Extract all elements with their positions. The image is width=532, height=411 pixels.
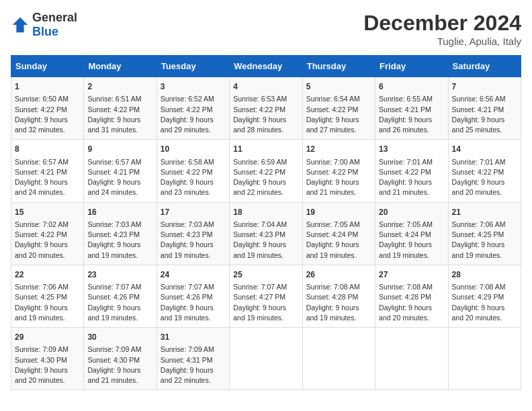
sunrise-info: Sunrise: 7:01 AM (452, 158, 506, 166)
day-number: 12 (306, 144, 371, 155)
calendar-cell: 31Sunrise: 7:09 AMSunset: 4:31 PMDayligh… (157, 328, 229, 390)
calendar-cell: 7Sunrise: 6:56 AMSunset: 4:21 PMDaylight… (448, 77, 521, 140)
day-number: 23 (87, 269, 152, 281)
sunset-info: Sunset: 4:26 PM (161, 293, 213, 301)
sunset-info: Sunset: 4:22 PM (233, 105, 285, 113)
sunrise-info: Sunrise: 6:54 AM (306, 95, 360, 103)
sunrise-info: Sunrise: 7:09 AM (15, 345, 69, 353)
daylight-info: Daylight: 9 hours and 19 minutes. (15, 304, 68, 322)
day-number: 28 (452, 269, 517, 281)
day-number: 19 (306, 207, 371, 218)
daylight-info: Daylight: 9 hours and 24 minutes. (15, 178, 68, 196)
sunrise-info: Sunrise: 6:59 AM (233, 158, 287, 166)
calendar-week-row: 1Sunrise: 6:50 AMSunset: 4:22 PMDaylight… (11, 77, 521, 140)
sunset-info: Sunset: 4:23 PM (161, 230, 213, 238)
daylight-info: Daylight: 9 hours and 19 minutes. (306, 304, 359, 322)
calendar-week-row: 8Sunrise: 6:57 AMSunset: 4:21 PMDaylight… (11, 140, 521, 202)
calendar-cell: 21Sunrise: 7:06 AMSunset: 4:25 PMDayligh… (448, 202, 521, 265)
day-number: 7 (452, 81, 517, 93)
calendar-cell: 19Sunrise: 7:05 AMSunset: 4:24 PMDayligh… (302, 202, 375, 265)
sunrise-info: Sunrise: 7:03 AM (87, 220, 141, 228)
calendar-week-row: 22Sunrise: 7:06 AMSunset: 4:25 PMDayligh… (11, 265, 521, 327)
sunrise-info: Sunrise: 6:56 AM (452, 95, 506, 103)
calendar-cell: 29Sunrise: 7:09 AMSunset: 4:30 PMDayligh… (11, 328, 84, 390)
sunset-info: Sunset: 4:28 PM (379, 293, 431, 301)
calendar-cell: 10Sunrise: 6:58 AMSunset: 4:22 PMDayligh… (157, 140, 229, 202)
sunset-info: Sunset: 4:27 PM (233, 293, 285, 301)
calendar-cell: 30Sunrise: 7:09 AMSunset: 4:30 PMDayligh… (84, 328, 157, 390)
daylight-info: Daylight: 9 hours and 19 minutes. (87, 304, 140, 322)
sunset-info: Sunset: 4:29 PM (452, 293, 504, 301)
sunrise-info: Sunrise: 7:07 AM (161, 283, 214, 291)
col-sunday: Sunday (11, 56, 84, 77)
calendar-cell: 22Sunrise: 7:06 AMSunset: 4:25 PMDayligh… (11, 265, 84, 327)
calendar-cell: 2Sunrise: 6:51 AMSunset: 4:22 PMDaylight… (84, 77, 157, 140)
logo-blue-text: Blue (32, 25, 58, 38)
sunrise-info: Sunrise: 7:06 AM (15, 283, 69, 291)
sunrise-info: Sunrise: 6:53 AM (233, 95, 287, 103)
calendar-cell: 1Sunrise: 6:50 AMSunset: 4:22 PMDaylight… (11, 77, 84, 140)
sunset-info: Sunset: 4:24 PM (379, 230, 431, 238)
calendar-cell: 4Sunrise: 6:53 AMSunset: 4:22 PMDaylight… (230, 77, 302, 140)
sunset-info: Sunset: 4:22 PM (452, 168, 504, 176)
day-number: 16 (87, 207, 152, 218)
calendar-cell: 26Sunrise: 7:08 AMSunset: 4:28 PMDayligh… (302, 265, 375, 327)
sunset-info: Sunset: 4:22 PM (233, 168, 285, 176)
col-thursday: Thursday (302, 56, 375, 77)
sunrise-info: Sunrise: 7:08 AM (306, 283, 360, 291)
calendar-week-row: 15Sunrise: 7:02 AMSunset: 4:22 PMDayligh… (11, 202, 521, 265)
calendar-cell: 24Sunrise: 7:07 AMSunset: 4:26 PMDayligh… (157, 265, 229, 327)
calendar-cell (448, 328, 521, 390)
day-number: 9 (87, 144, 152, 155)
day-number: 27 (379, 269, 444, 281)
sunset-info: Sunset: 4:22 PM (15, 230, 67, 238)
day-number: 3 (161, 81, 226, 93)
day-number: 17 (161, 207, 226, 218)
calendar-week-row: 29Sunrise: 7:09 AMSunset: 4:30 PMDayligh… (11, 328, 521, 390)
logo-general-text: General (32, 11, 77, 24)
daylight-info: Daylight: 9 hours and 23 minutes. (161, 178, 214, 196)
calendar-cell: 11Sunrise: 6:59 AMSunset: 4:22 PMDayligh… (230, 140, 302, 202)
sunset-info: Sunset: 4:22 PM (161, 168, 213, 176)
sunset-info: Sunset: 4:31 PM (161, 356, 213, 364)
day-number: 22 (15, 269, 80, 281)
day-number: 10 (161, 144, 226, 155)
sunrise-info: Sunrise: 7:09 AM (161, 345, 214, 353)
sunset-info: Sunset: 4:28 PM (306, 293, 359, 301)
daylight-info: Daylight: 9 hours and 19 minutes. (379, 240, 432, 259)
calendar-cell: 16Sunrise: 7:03 AMSunset: 4:23 PMDayligh… (84, 202, 157, 265)
calendar-cell: 27Sunrise: 7:08 AMSunset: 4:28 PMDayligh… (375, 265, 448, 327)
sunset-info: Sunset: 4:22 PM (161, 105, 213, 113)
sunset-info: Sunset: 4:22 PM (87, 105, 140, 113)
day-number: 1 (15, 81, 80, 93)
calendar-cell (375, 328, 448, 390)
sunset-info: Sunset: 4:22 PM (306, 105, 359, 113)
daylight-info: Daylight: 9 hours and 21 minutes. (379, 178, 432, 196)
day-number: 29 (15, 332, 80, 343)
sunset-info: Sunset: 4:26 PM (87, 293, 140, 301)
calendar-cell: 9Sunrise: 6:57 AMSunset: 4:21 PMDaylight… (84, 140, 157, 202)
calendar-cell (302, 328, 375, 390)
day-number: 18 (233, 207, 298, 218)
day-number: 2 (87, 81, 152, 93)
day-number: 31 (161, 332, 226, 343)
calendar-cell: 15Sunrise: 7:02 AMSunset: 4:22 PMDayligh… (11, 202, 84, 265)
day-number: 11 (233, 144, 298, 155)
calendar-cell: 28Sunrise: 7:08 AMSunset: 4:29 PMDayligh… (448, 265, 521, 327)
logo: General Blue (11, 11, 77, 39)
title-block: December 2024 Tuglie, Apulia, Italy (363, 11, 521, 47)
calendar-cell: 3Sunrise: 6:52 AMSunset: 4:22 PMDaylight… (157, 77, 229, 140)
daylight-info: Daylight: 9 hours and 24 minutes. (87, 178, 140, 196)
calendar-cell: 25Sunrise: 7:07 AMSunset: 4:27 PMDayligh… (230, 265, 302, 327)
logo-icon (11, 15, 30, 34)
sunset-info: Sunset: 4:22 PM (379, 168, 431, 176)
day-number: 5 (306, 81, 371, 93)
sunrise-info: Sunrise: 7:01 AM (379, 158, 433, 166)
sunrise-info: Sunrise: 6:50 AM (15, 95, 69, 103)
sunset-info: Sunset: 4:30 PM (87, 356, 140, 364)
page-header: General Blue December 2024 Tuglie, Apuli… (11, 11, 521, 47)
sunrise-info: Sunrise: 6:51 AM (87, 95, 141, 103)
calendar-cell (230, 328, 302, 390)
day-number: 20 (379, 207, 444, 218)
day-number: 21 (452, 207, 517, 218)
